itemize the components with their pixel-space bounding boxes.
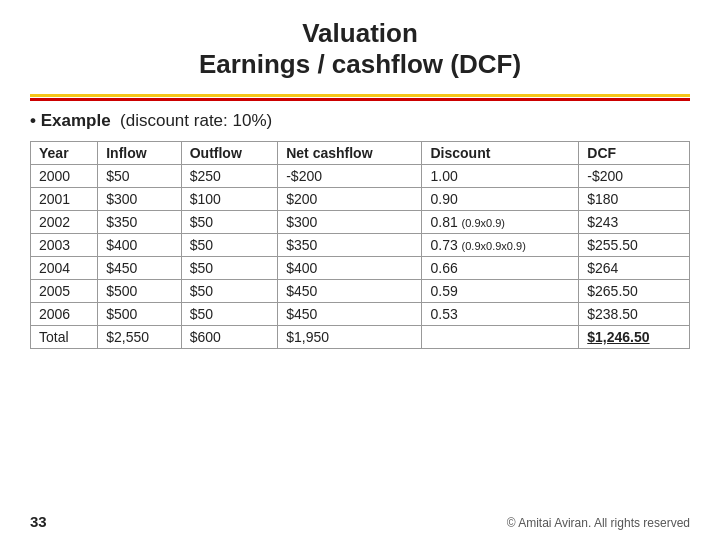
table-row: 2000$50$250-$2001.00-$200 bbox=[31, 165, 690, 188]
table-cell: $200 bbox=[278, 188, 422, 211]
example-note: (discount rate: 10%) bbox=[120, 111, 272, 130]
yellow-divider bbox=[30, 94, 690, 97]
sub-title: Earnings / cashflow (DCF) bbox=[30, 49, 690, 80]
table-cell: 0.81 (0.9x0.9) bbox=[422, 211, 579, 234]
table-cell: $2,550 bbox=[98, 326, 182, 349]
col-header-outflow: Outflow bbox=[181, 142, 277, 165]
main-title: Valuation bbox=[30, 18, 690, 49]
table-cell: $100 bbox=[181, 188, 277, 211]
table-row: 2003$400$50$3500.73 (0.9x0.9x0.9)$255.50 bbox=[31, 234, 690, 257]
col-header-net-cashflow: Net cashflow bbox=[278, 142, 422, 165]
table-cell: $50 bbox=[98, 165, 182, 188]
dividers bbox=[30, 94, 690, 101]
example-line: • Example (discount rate: 10%) bbox=[30, 111, 690, 131]
red-divider bbox=[30, 98, 690, 101]
table-cell: 0.66 bbox=[422, 257, 579, 280]
table-cell: 2004 bbox=[31, 257, 98, 280]
table-cell: $238.50 bbox=[579, 303, 690, 326]
table-cell: -$200 bbox=[579, 165, 690, 188]
table-row: 2001$300$100$2000.90$180 bbox=[31, 188, 690, 211]
table-cell: $400 bbox=[98, 234, 182, 257]
page: Valuation Earnings / cashflow (DCF) • Ex… bbox=[0, 0, 720, 540]
table-row: 2004$450$50$4000.66$264 bbox=[31, 257, 690, 280]
table-body: 2000$50$250-$2001.00-$2002001$300$100$20… bbox=[31, 165, 690, 349]
table-header-row: Year Inflow Outflow Net cashflow Discoun… bbox=[31, 142, 690, 165]
table-cell: 2005 bbox=[31, 280, 98, 303]
table-row: 2002$350$50$3000.81 (0.9x0.9)$243 bbox=[31, 211, 690, 234]
table-cell: 0.53 bbox=[422, 303, 579, 326]
copyright-text: © Amitai Aviran. All rights reserved bbox=[507, 516, 690, 530]
table-cell: $255.50 bbox=[579, 234, 690, 257]
table-cell: $600 bbox=[181, 326, 277, 349]
footer: 33 © Amitai Aviran. All rights reserved bbox=[30, 507, 690, 530]
table-cell: $500 bbox=[98, 280, 182, 303]
table-cell: $450 bbox=[98, 257, 182, 280]
col-header-year: Year bbox=[31, 142, 98, 165]
col-header-dcf: DCF bbox=[579, 142, 690, 165]
title-section: Valuation Earnings / cashflow (DCF) bbox=[30, 18, 690, 80]
table-cell bbox=[422, 326, 579, 349]
table-row: Total$2,550$600$1,950$1,246.50 bbox=[31, 326, 690, 349]
table-cell: 2000 bbox=[31, 165, 98, 188]
table-cell: $250 bbox=[181, 165, 277, 188]
table-cell: $50 bbox=[181, 211, 277, 234]
table-cell: -$200 bbox=[278, 165, 422, 188]
table-cell: 0.90 bbox=[422, 188, 579, 211]
example-prefix: • Example bbox=[30, 111, 111, 130]
table-cell: 2002 bbox=[31, 211, 98, 234]
table-cell: 2006 bbox=[31, 303, 98, 326]
table-cell: $350 bbox=[278, 234, 422, 257]
table-cell: 1.00 bbox=[422, 165, 579, 188]
table-cell: $450 bbox=[278, 303, 422, 326]
table-cell: $400 bbox=[278, 257, 422, 280]
table-cell: 0.59 bbox=[422, 280, 579, 303]
table-cell: $450 bbox=[278, 280, 422, 303]
page-number: 33 bbox=[30, 513, 47, 530]
table-cell: $50 bbox=[181, 234, 277, 257]
table-cell: $300 bbox=[98, 188, 182, 211]
table-cell: 0.73 (0.9x0.9x0.9) bbox=[422, 234, 579, 257]
table-cell: $180 bbox=[579, 188, 690, 211]
table-row: 2006$500$50$4500.53$238.50 bbox=[31, 303, 690, 326]
table-row: 2005$500$50$4500.59$265.50 bbox=[31, 280, 690, 303]
col-header-inflow: Inflow bbox=[98, 142, 182, 165]
table-cell: $300 bbox=[278, 211, 422, 234]
table-cell: $1,246.50 bbox=[579, 326, 690, 349]
table-cell: $500 bbox=[98, 303, 182, 326]
table-cell: $265.50 bbox=[579, 280, 690, 303]
col-header-discount: Discount bbox=[422, 142, 579, 165]
table-cell: $50 bbox=[181, 303, 277, 326]
table-cell: $50 bbox=[181, 257, 277, 280]
table-cell: $264 bbox=[579, 257, 690, 280]
table-cell: 2001 bbox=[31, 188, 98, 211]
table-cell: $243 bbox=[579, 211, 690, 234]
table-cell: $1,950 bbox=[278, 326, 422, 349]
table-cell: $50 bbox=[181, 280, 277, 303]
table-cell: 2003 bbox=[31, 234, 98, 257]
dcf-table: Year Inflow Outflow Net cashflow Discoun… bbox=[30, 141, 690, 349]
table-cell: Total bbox=[31, 326, 98, 349]
table-cell: $350 bbox=[98, 211, 182, 234]
